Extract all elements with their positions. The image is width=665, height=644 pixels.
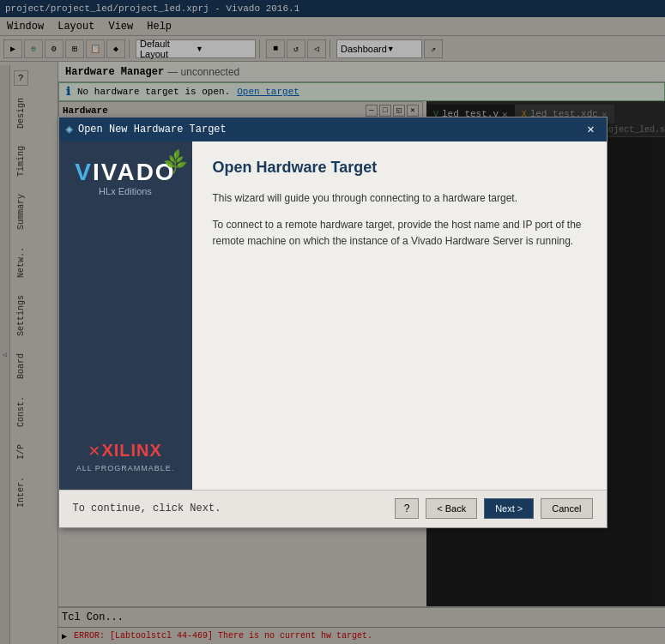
dialog-desc2: To connect to a remote hardware target, … <box>213 217 586 250</box>
dialog-buttons: ? < Back Next > Cancel <box>395 498 592 519</box>
all-programmable-text: ALL PROGRAMMABLE. <box>76 464 175 472</box>
dialog-close-btn[interactable]: ✕ <box>583 121 600 138</box>
dialog-footer-text: To continue, click Next. <box>73 503 221 515</box>
vivado-v: V <box>75 159 93 185</box>
xilinx-x-icon: ✕ <box>88 439 100 462</box>
next-button[interactable]: Next > <box>484 498 534 519</box>
dialog-heading: Open Hardware Target <box>213 159 586 177</box>
dialog-body: VIVADO 🌿 HLx Editions ✕ XILINX ALL PROGR… <box>59 141 607 490</box>
dialog-footer: To continue, click Next. ? < Back Next >… <box>59 490 607 527</box>
dialog-title-text: Open New Hardware Target <box>78 123 227 135</box>
dialog-overlay: ◈ Open New Hardware Target ✕ VIVADO 🌿 HL… <box>0 0 665 644</box>
dialog-desc1: This wizard will guide you through conne… <box>213 190 586 207</box>
dialog-title-bar: ◈ Open New Hardware Target ✕ <box>59 117 607 141</box>
vivado-logo: VIVADO 🌿 HLx Editions <box>75 159 175 196</box>
xilinx-logo: ✕ XILINX ALL PROGRAMMABLE. <box>76 439 175 472</box>
cancel-button[interactable]: Cancel <box>541 498 592 519</box>
xilinx-text: XILINX <box>101 441 161 460</box>
vivado-text: VIVADO <box>75 159 175 185</box>
dialog-right-panel: Open Hardware Target This wizard will gu… <box>192 141 607 490</box>
back-button[interactable]: < Back <box>426 498 477 519</box>
dialog-title-icon: ◈ Open New Hardware Target <box>66 122 227 136</box>
help-button[interactable]: ? <box>395 498 419 519</box>
hlx-text: HLx Editions <box>99 186 152 196</box>
dialog-left-panel: VIVADO 🌿 HLx Editions ✕ XILINX ALL PROGR… <box>59 141 192 490</box>
open-hardware-target-dialog: ◈ Open New Hardware Target ✕ VIVADO 🌿 HL… <box>58 117 608 528</box>
dialog-icon: ◈ <box>66 122 73 136</box>
